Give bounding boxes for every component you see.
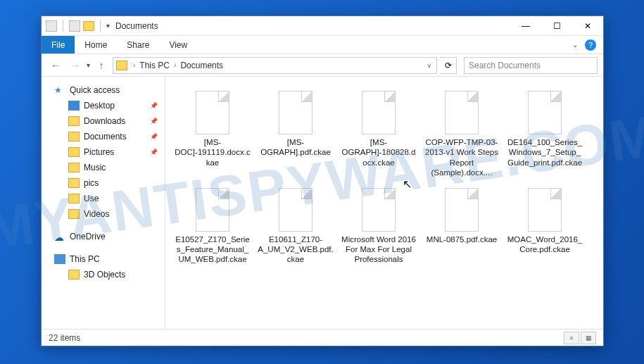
folder-icon <box>116 61 127 70</box>
tree-label: Use <box>84 194 99 203</box>
folder-icon <box>68 209 80 219</box>
file-name: [MS-DOC]-191119.docx.ckae <box>174 137 251 168</box>
close-button[interactable]: ✕ <box>572 16 603 36</box>
tree-label: 3D Objects <box>84 270 125 280</box>
star-icon <box>54 85 65 95</box>
qat-folder-icon[interactable] <box>83 21 94 31</box>
breadcrumb-item[interactable]: Documents <box>179 61 225 70</box>
sidebar-this-pc[interactable]: This PC <box>42 251 165 267</box>
file-list[interactable]: [MS-DOC]-191119.docx.ckae[MS-OGRAPH].pdf… <box>165 77 603 329</box>
up-button[interactable]: ↑ <box>93 57 110 74</box>
pin-icon: 📌 <box>150 102 158 109</box>
explorer-window: ▾ Documents — ☐ ✕ File Home Share View ⌄… <box>41 15 604 346</box>
file-icon <box>196 91 229 134</box>
file-icon <box>196 188 229 232</box>
separator <box>63 20 63 32</box>
breadcrumb-item[interactable]: This PC <box>138 61 171 70</box>
file-name: DE164_100_Series_Windows_7_Setup_Guide_p… <box>506 137 583 168</box>
file-item[interactable]: MOAC_Word_2016_Core.pdf.ckae <box>503 184 586 269</box>
file-item[interactable]: [MS-OGRAPH].pdf.ckae <box>254 87 337 182</box>
thumbnails-view-button[interactable]: ▦ <box>581 332 596 344</box>
forward-button[interactable]: → <box>67 57 84 74</box>
sidebar-item-downloads[interactable]: Downloads📌 <box>42 113 165 129</box>
chevron-right-icon[interactable]: › <box>130 61 138 69</box>
pin-icon: 📌 <box>150 149 158 156</box>
ribbon-tab-view[interactable]: View <box>159 36 197 54</box>
file-item[interactable]: [MS-OGRAPH]-180828.docx.ckae <box>337 87 420 182</box>
file-name: [MS-OGRAPH].pdf.ckae <box>257 137 334 158</box>
cloud-icon <box>54 232 65 241</box>
file-icon <box>362 188 396 232</box>
back-button[interactable]: ← <box>47 57 64 74</box>
sidebar-item-videos[interactable]: Videos <box>42 206 165 222</box>
history-dropdown-icon[interactable]: ▾ <box>87 61 90 69</box>
file-icon <box>528 91 562 134</box>
file-item[interactable]: MNL-0875.pdf.ckae <box>420 184 503 269</box>
sidebar-item-use[interactable]: Use <box>42 191 165 206</box>
sidebar-quick-access[interactable]: Quick access <box>42 82 165 98</box>
file-name: COP-WFP-TMP-03-2013-v1 Work Steps Report… <box>423 137 500 178</box>
help-icon[interactable]: ? <box>585 39 596 51</box>
separator <box>100 20 101 32</box>
file-item[interactable]: E10611_Z170-A_UM_V2_WEB.pdf.ckae <box>254 184 337 269</box>
titlebar: ▾ Documents — ☐ ✕ <box>42 16 603 36</box>
refresh-button[interactable]: ⟳ <box>440 57 457 74</box>
tree-label: OneDrive <box>70 232 106 241</box>
folder-icon <box>68 194 80 203</box>
quick-access-toolbar: ▾ <box>46 20 110 32</box>
folder-icon <box>68 270 80 280</box>
qat-dropdown-icon[interactable]: ▾ <box>106 22 110 30</box>
tree-label: Videos <box>84 209 109 219</box>
ribbon-tab-home[interactable]: Home <box>75 36 117 54</box>
file-icon <box>445 91 479 134</box>
navigation-bar: ← → ▾ ↑ › This PC › Documents v ⟳ Search… <box>42 54 603 77</box>
search-placeholder: Search Documents <box>469 61 541 70</box>
sidebar-item-pictures[interactable]: Pictures📌 <box>42 144 165 160</box>
status-bar: 22 items ≡ ▦ <box>42 329 603 346</box>
tree-label: pics <box>84 178 99 188</box>
tree-label: Downloads <box>84 116 125 126</box>
folder-icon <box>68 178 80 188</box>
tree-label: Documents <box>84 132 127 142</box>
search-input[interactable]: Search Documents <box>464 57 598 74</box>
maximize-button[interactable]: ☐ <box>541 16 572 36</box>
address-bar[interactable]: › This PC › Documents v <box>113 57 437 74</box>
sidebar-item-pics[interactable]: pics <box>42 175 165 191</box>
ribbon-tab-share[interactable]: Share <box>117 36 159 54</box>
ribbon-expand-icon[interactable]: ⌄ <box>572 41 578 49</box>
sidebar-item-documents[interactable]: Documents📌 <box>42 129 165 144</box>
file-name: E10527_Z170_Series_Feature_Manual_UM_WEB… <box>174 234 251 265</box>
file-name: E10611_Z170-A_UM_V2_WEB.pdf.ckae <box>257 234 334 265</box>
tree-label: Quick access <box>70 85 120 95</box>
tree-label: Pictures <box>84 147 114 157</box>
folder-icon <box>68 116 80 126</box>
minimize-button[interactable]: — <box>510 16 541 36</box>
file-icon <box>528 188 562 232</box>
sidebar-onedrive[interactable]: OneDrive <box>42 229 165 244</box>
file-item[interactable]: [MS-DOC]-191119.docx.ckae <box>171 87 254 182</box>
file-item[interactable]: E10527_Z170_Series_Feature_Manual_UM_WEB… <box>171 184 254 269</box>
pin-icon: 📌 <box>150 133 158 140</box>
item-count: 22 items <box>49 333 80 343</box>
file-icon <box>445 188 479 232</box>
file-item[interactable]: Microsoft Word 2016 For Max For Legal Pr… <box>337 184 420 269</box>
sidebar-item-music[interactable]: Music <box>42 160 165 175</box>
chevron-right-icon[interactable]: › <box>171 61 179 69</box>
ribbon-tab-file[interactable]: File <box>42 36 75 54</box>
file-name: MNL-0875.pdf.ckae <box>427 234 497 244</box>
sidebar-item-3d-objects[interactable]: 3D Objects <box>42 267 165 282</box>
details-view-button[interactable]: ≡ <box>564 332 579 344</box>
address-dropdown-icon[interactable]: v <box>425 62 434 69</box>
file-item[interactable]: DE164_100_Series_Windows_7_Setup_Guide_p… <box>503 87 586 182</box>
file-item[interactable]: COP-WFP-TMP-03-2013-v1 Work Steps Report… <box>420 87 503 182</box>
folder-icon <box>68 132 80 142</box>
file-icon <box>279 91 312 134</box>
window-title: Documents <box>115 21 158 31</box>
qat-new-icon[interactable] <box>69 20 80 32</box>
pc-icon <box>54 254 65 264</box>
qat-properties-icon[interactable] <box>46 20 57 32</box>
tree-label: Desktop <box>84 101 115 111</box>
desktop-icon <box>68 101 80 111</box>
tree-label: This PC <box>70 254 100 264</box>
sidebar-item-desktop[interactable]: Desktop📌 <box>42 98 165 113</box>
